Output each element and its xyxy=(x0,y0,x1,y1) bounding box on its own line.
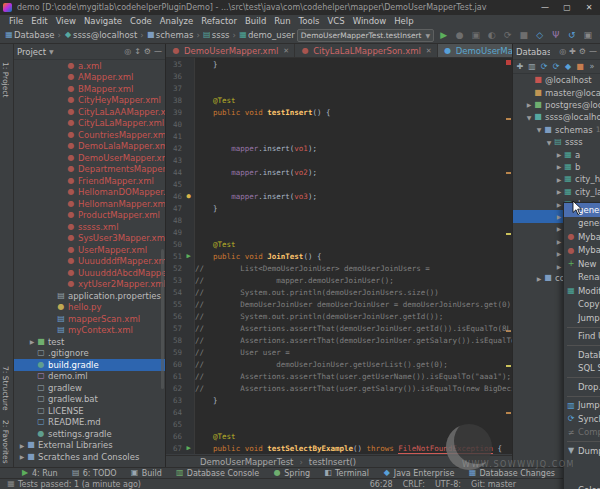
menu-item-sql-scripts[interactable]: SQL Scripts xyxy=(564,362,600,376)
tree-item-application-properties[interactable]: ▤application.properties xyxy=(14,290,165,302)
tree-item-demo-iml[interactable]: ▢demo.iml xyxy=(14,371,165,383)
tree-item-hellomanmapper-xml[interactable]: ●HellomanMapper.xml xyxy=(14,198,165,210)
code-line[interactable]: 62// Assertions.assertThat(user.getSalar… xyxy=(166,382,512,394)
code-line[interactable]: 48 xyxy=(166,214,512,226)
stop-button[interactable]: ■ xyxy=(517,30,530,40)
toolwindow-toggle-icon[interactable]: ▦ xyxy=(6,479,16,489)
menu-item-copy-reference[interactable]: Copy Reference xyxy=(564,298,600,312)
tree-arrow-icon[interactable]: ▶ xyxy=(555,163,563,170)
tree-item-city-la-la[interactable]: ▶▦city_la_la xyxy=(513,186,600,198)
expand-button[interactable]: ↕ xyxy=(134,47,141,56)
code-line[interactable]: 41 xyxy=(166,130,512,142)
tree-item-city-hey[interactable]: ▶▦city_hey xyxy=(513,173,600,185)
nav-crumb-database[interactable]: ▦Database› xyxy=(4,30,61,40)
menu-item-mybatisgeneratecode[interactable]: ●MybatisGenerateCode xyxy=(564,244,600,258)
toolwindow-button-build[interactable]: ▣Build xyxy=(130,468,162,478)
minimize-button[interactable]: — xyxy=(534,0,556,15)
nav-crumb-ssss-localhost[interactable]: ◆ssss@localhost› xyxy=(63,30,144,40)
tree-arrow-icon[interactable]: ▶ xyxy=(555,176,563,183)
code-line[interactable]: 61// Assertions.assertThat(user.getUserN… xyxy=(166,370,512,382)
tree-arrow-icon[interactable]: ▼ xyxy=(525,114,533,121)
code-line[interactable]: 59// User user = xyxy=(166,346,512,358)
menu-window[interactable]: Window xyxy=(349,16,391,26)
menu-item-drop[interactable]: Drop... xyxy=(564,380,600,394)
tree-arrow-icon[interactable]: ▶ xyxy=(555,151,563,158)
run-gutter-icon[interactable]: ▶ xyxy=(182,252,195,260)
tree-item-mycontext-xml[interactable]: ▤myContext.xml xyxy=(14,325,165,337)
tree-arrow-icon[interactable]: ▶ xyxy=(18,453,26,460)
menu-item-rename[interactable]: Rename... xyxy=(564,271,600,285)
toolwindow-button-6-todo[interactable]: ▤6: TODO xyxy=(71,468,117,478)
code-line[interactable]: 36 xyxy=(166,70,512,82)
menu-code[interactable]: Code xyxy=(126,16,156,26)
code-line[interactable]: 53// mapper.demoUserJoinUser(); xyxy=(166,274,512,286)
close-button[interactable]: ✕ xyxy=(578,0,600,15)
menu-item-jump-to-query-console[interactable]: Jump to Query Console xyxy=(564,311,600,325)
code-line[interactable]: 44 mapper.insert(vo2); xyxy=(166,166,512,178)
code-editor[interactable]: 35 }363738 @Test39 public void testInser… xyxy=(166,58,512,455)
tree-arrow-icon[interactable]: ▼ xyxy=(535,126,543,133)
tree-arrow-icon[interactable]: ▶ xyxy=(555,188,563,195)
run-button[interactable]: ▶ xyxy=(437,30,450,40)
add-button[interactable]: ✚ xyxy=(515,62,525,72)
stripe-mark[interactable] xyxy=(506,365,511,367)
code-line[interactable]: 50 @Test xyxy=(166,238,512,250)
toolwindow-button-4-run[interactable]: ▶4: Run xyxy=(20,468,58,478)
code-line[interactable]: 40 xyxy=(166,118,512,130)
menu-help[interactable]: Help xyxy=(390,16,417,26)
code-line[interactable]: 39 public void testInsert() { xyxy=(166,106,512,118)
menu-item-new[interactable]: +New xyxy=(564,257,600,271)
toolwindow-button-java-enterprise[interactable]: ◆Java Enterprise xyxy=(382,468,455,478)
tree-item-test[interactable]: ▶■test xyxy=(14,336,165,348)
nav-crumb-ssss[interactable]: ▤ssss› xyxy=(202,30,236,40)
code-line[interactable]: 57// Assertions.assertThat(demoUserJoinU… xyxy=(166,322,512,334)
tree-item-hello-py[interactable]: ●hello.py xyxy=(14,302,165,314)
tree-item-uuuudddabcdmapper-xml[interactable]: ●UuuudddAbcdMapper.xml xyxy=(14,267,165,279)
chevron-down-icon[interactable]: ▼ xyxy=(49,48,54,55)
coverage-button[interactable]: ▣ xyxy=(469,30,482,40)
diagram-button[interactable]: ◆ xyxy=(563,62,573,72)
code-line[interactable]: 37 xyxy=(166,82,512,94)
menu-item-find-usages[interactable]: Find Usages xyxy=(564,330,600,344)
menu-item-mybatiscodehelper[interactable]: ●MybatisCodeHelper xyxy=(564,230,600,244)
tree-arrow-icon[interactable]: ▶ xyxy=(555,201,563,208)
tree-item-readme-md[interactable]: ▢README.md xyxy=(14,417,165,429)
code-line[interactable]: 35 } xyxy=(166,58,512,70)
tree-item-cityheymapper-xml[interactable]: ●CityHeyMapper.xml xyxy=(14,95,165,107)
stripe-mark[interactable] xyxy=(506,118,511,120)
menu-view[interactable]: View xyxy=(52,16,80,26)
code-line[interactable]: 52// List<DemoUserJoinUser> demoUserJoin… xyxy=(166,262,512,274)
update-project-button[interactable]: ◇ xyxy=(533,30,546,40)
code-line[interactable]: 58// Assertions.assertThat(demoUserJoinU… xyxy=(166,334,512,346)
locate-button[interactable]: ◎ xyxy=(124,47,131,56)
rerun-button[interactable]: ⟳ xyxy=(501,30,514,40)
code-line[interactable]: 51▶ public void JoinTest() { xyxy=(166,250,512,262)
status-widget-crlf[interactable]: CRLF: xyxy=(403,480,425,489)
menu-tools[interactable]: Tools xyxy=(295,16,324,26)
tree-item-postgres-localhost[interactable]: ▶■postgres@localhost xyxy=(513,99,600,111)
tree-item-external-libraries[interactable]: ▶■External Libraries xyxy=(14,440,165,452)
stripe-mark[interactable] xyxy=(506,233,511,235)
tree-arrow-icon[interactable]: ▼ xyxy=(545,139,553,146)
project-scrollbar[interactable] xyxy=(161,249,164,389)
editor-tab-demousermapper-xml[interactable]: ●DemoUserMapper.xml✕ xyxy=(166,44,295,57)
toolwindow-button-database-changes[interactable]: ▦Database Changes xyxy=(467,468,555,478)
tree-item-countriesmapper-xml[interactable]: ●CountriesMapper.xml xyxy=(14,129,165,141)
run-gutter-icon[interactable]: ▶ xyxy=(182,444,195,452)
menu-edit[interactable]: Edit xyxy=(27,16,51,26)
menu-item-modify-table[interactable]: ▦Modify Table... xyxy=(564,284,600,298)
toolwindow-button-spring[interactable]: ●Spring xyxy=(272,468,310,478)
editor-tab-demousermappertest-java[interactable]: ●DemoUserMapperTest.java✕ xyxy=(438,44,512,57)
menu-item-color-settings[interactable]: Color Settings... xyxy=(564,484,600,489)
settings-icon[interactable]: ⚙ xyxy=(579,47,586,56)
menu-item-generatecodeui[interactable]: generateCodeUi xyxy=(564,217,600,231)
tree-item-ssss-localhost[interactable]: ▼■ssss@localhost1 of xyxy=(513,111,600,123)
tree-arrow-icon[interactable]: ▶ xyxy=(555,225,563,232)
menu-file[interactable]: File xyxy=(5,16,27,26)
error-stripe[interactable] xyxy=(505,58,512,455)
code-line[interactable]: 43 xyxy=(166,154,512,166)
stripe-mark[interactable] xyxy=(506,172,511,174)
vcs-branch-button[interactable]: Ψ xyxy=(549,30,562,40)
editor-tab-citylalalmapperson-xml[interactable]: ●CityLaLaLMapperSon.xml✕ xyxy=(295,44,438,57)
tree-item-friendmapper-xml[interactable]: ●FriendMapper.xml xyxy=(14,175,165,187)
